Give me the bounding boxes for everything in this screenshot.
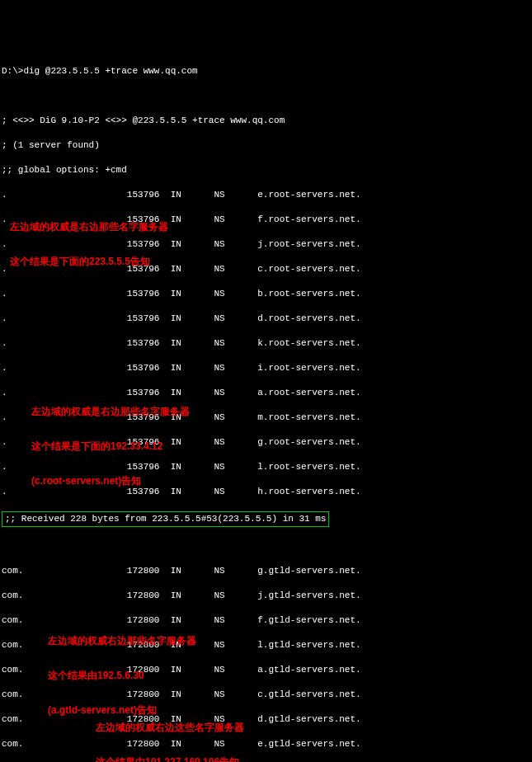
gtld-ns-row: com. 172800 IN NS e.gtld-servers.net. [2,738,530,750]
dig-header: ;; global options: +cmd [2,164,530,176]
root-ns-row: . 153796 IN NS d.root-servers.net. [2,313,530,325]
root-ns-row: . 153796 IN NS k.root-servers.net. [2,337,530,350]
root-ns-row: . 153796 IN NS a.root-servers.net. [2,387,530,399]
root-ns-row: . 153796 IN NS l.root-servers.net. [2,461,530,473]
received-summary: ;; Received 228 bytes from 223.5.5.5#53(… [2,511,329,527]
command-prompt[interactable]: D:\>dig @223.5.5.5 +trace www.qq.com [2,65,530,78]
gtld-ns-row: com. 172800 IN NS a.gtld-servers.net. [2,664,530,676]
gtld-ns-row: com. 172800 IN NS l.gtld-servers.net. [2,639,530,651]
gtld-ns-row: com. 172800 IN NS f.gtld-servers.net. [2,614,530,627]
gtld-ns-row: com. 172800 IN NS d.gtld-servers.net. [2,713,530,726]
annotation-www-ns: 左边域的权威右边这些名字服务器 这个结果由101.227.169.106告知 [96,698,244,762]
dig-header: ; <<>> DiG 9.10-P2 <<>> @223.5.5.5 +trac… [2,115,530,127]
root-ns-row: . 153796 IN NS b.root-servers.net. [2,288,530,300]
terminal-output: D:\>dig @223.5.5.5 +trace www.qq.com ; <… [2,53,530,762]
root-ns-row: . 153796 IN NS c.root-servers.net. [2,263,530,275]
root-ns-row: . 153796 IN NS i.root-servers.net. [2,362,530,374]
root-ns-row: . 153796 IN NS g.root-servers.net. [2,436,530,449]
root-ns-row: . 153796 IN NS m.root-servers.net. [2,412,530,424]
root-ns-row: . 153796 IN NS j.root-servers.net. [2,238,530,251]
gtld-ns-row: com. 172800 IN NS c.gtld-servers.net. [2,689,530,701]
root-ns-row: . 153796 IN NS h.root-servers.net. [2,486,530,498]
gtld-ns-row: com. 172800 IN NS j.gtld-servers.net. [2,590,530,602]
dig-header: ; (1 server found) [2,139,530,152]
root-ns-row: . 153796 IN NS e.root-servers.net. [2,189,530,201]
gtld-ns-row: com. 172800 IN NS g.gtld-servers.net. [2,565,530,577]
root-ns-row: . 153796 IN NS f.root-servers.net. [2,214,530,226]
